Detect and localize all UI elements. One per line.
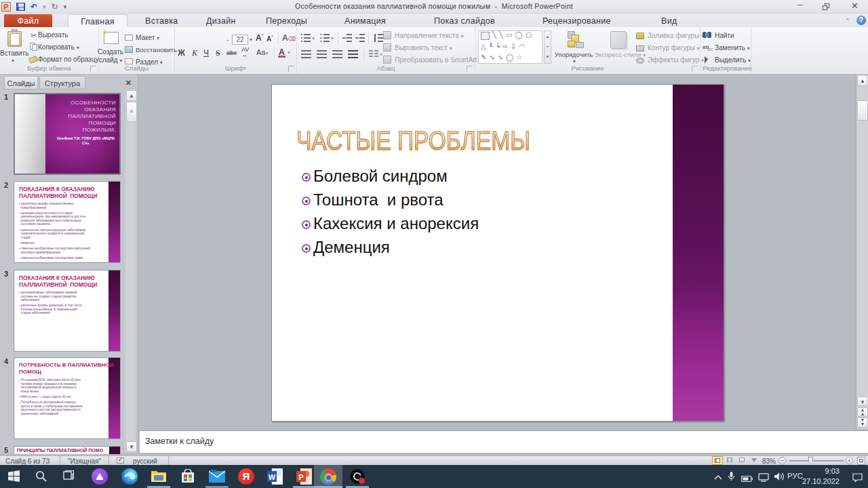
svg-text:W: W xyxy=(269,473,276,481)
svg-text:P: P xyxy=(298,473,303,481)
